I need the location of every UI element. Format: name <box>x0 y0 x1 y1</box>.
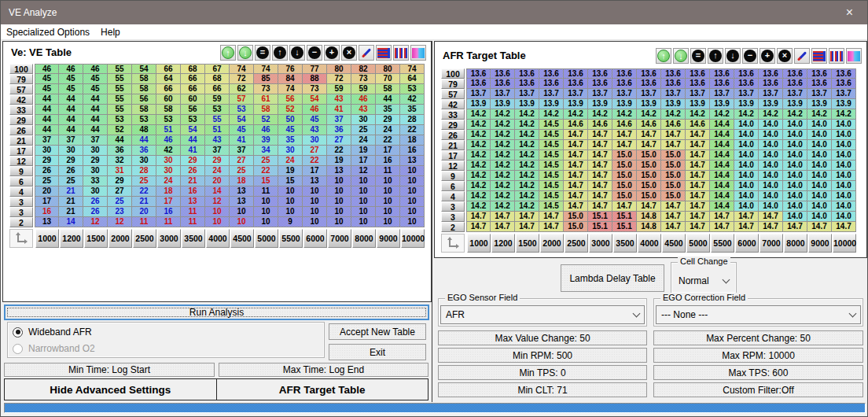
table-cell[interactable]: 19 <box>351 146 376 156</box>
table-cell[interactable]: 14.7 <box>612 201 637 212</box>
row-header[interactable]: 79 <box>441 79 465 89</box>
table-cell[interactable]: 13.6 <box>783 79 807 89</box>
table-cell[interactable]: 14.7 <box>759 212 783 222</box>
table-cell[interactable]: 13.6 <box>515 79 539 89</box>
table-cell[interactable]: 14.2 <box>491 181 515 191</box>
row-header[interactable]: 4 <box>441 191 465 201</box>
max-tps-button[interactable]: Max TPS: 600 <box>653 365 863 380</box>
row-header[interactable]: 17 <box>9 146 33 156</box>
table-cell[interactable]: 42 <box>400 94 425 105</box>
table-cell[interactable]: 13.7 <box>686 89 710 99</box>
table-cell[interactable]: 52 <box>254 115 278 125</box>
table-cell[interactable]: 55 <box>108 94 132 105</box>
table-cell[interactable]: 55 <box>108 74 132 84</box>
table-cell[interactable]: 10 <box>400 197 425 207</box>
table-cell[interactable]: 14.7 <box>564 201 588 212</box>
table-cell[interactable]: 13.9 <box>710 99 734 109</box>
table-cell[interactable]: 14.0 <box>832 212 856 222</box>
table-cell[interactable]: 14.0 <box>734 171 759 181</box>
table-cell[interactable]: 25 <box>351 125 376 135</box>
table-cell[interactable]: 10 <box>254 197 278 207</box>
table-cell[interactable]: 14.0 <box>832 191 856 201</box>
table-cell[interactable]: 13.9 <box>783 99 807 109</box>
table-cell[interactable]: 56 <box>181 105 205 115</box>
table-cell[interactable]: 10 <box>327 186 351 197</box>
table-cell[interactable]: 13.7 <box>637 89 661 99</box>
table-cell[interactable]: 46 <box>59 64 83 74</box>
table-cell[interactable]: 35 <box>376 105 400 115</box>
table-cell[interactable]: 14.7 <box>612 130 637 140</box>
table-cell[interactable]: 14.7 <box>637 140 661 150</box>
table-cell[interactable]: 10 <box>327 176 351 186</box>
table-cell[interactable]: 74 <box>278 84 303 94</box>
table-cell[interactable]: 16 <box>181 186 205 197</box>
table-cell[interactable]: 14.2 <box>466 191 491 201</box>
table-cell[interactable]: 14.6 <box>588 120 612 130</box>
table-cell[interactable]: 85 <box>254 74 278 84</box>
table-cell[interactable]: 14.0 <box>759 130 783 140</box>
table-cell[interactable]: 13 <box>181 197 205 207</box>
table-cell[interactable]: 14.0 <box>832 171 856 181</box>
table-cell[interactable]: 15.0 <box>661 161 686 171</box>
table-cell[interactable]: 45 <box>278 125 303 135</box>
table-cell[interactable]: 14.7 <box>661 222 686 232</box>
table-cell[interactable]: 42 <box>156 146 181 156</box>
table-cell[interactable]: 14.2 <box>515 191 539 201</box>
table-cell[interactable]: 13.9 <box>539 99 564 109</box>
table-cell[interactable]: 44 <box>59 125 83 135</box>
table-cell[interactable]: 14.0 <box>734 120 759 130</box>
table-cell[interactable]: 43 <box>303 125 327 135</box>
table-cell[interactable]: 13.6 <box>564 68 588 79</box>
accept-new-table-button[interactable]: Accept New Table <box>329 323 426 340</box>
table-cell[interactable]: 15.0 <box>661 150 686 161</box>
table-cell[interactable]: 44 <box>83 94 108 105</box>
table-cell[interactable]: 43 <box>351 105 376 115</box>
column-header[interactable]: 4000 <box>206 229 230 248</box>
table-cell[interactable]: 10 <box>327 207 351 217</box>
column-header[interactable]: 10000 <box>401 229 425 248</box>
table-cell[interactable]: 14.7 <box>564 140 588 150</box>
table-cell[interactable]: 13.6 <box>734 79 759 89</box>
table-cell[interactable]: 14.4 <box>710 140 734 150</box>
table-cell[interactable]: 13.7 <box>564 89 588 99</box>
table-cell[interactable]: 46 <box>156 135 181 146</box>
custom-filter-button[interactable]: Custom Filter:Off <box>653 382 863 397</box>
table-cell[interactable]: 14.7 <box>564 181 588 191</box>
table-cell[interactable]: 13.6 <box>686 68 710 79</box>
close-x-icon[interactable]: × <box>777 48 793 64</box>
row-header[interactable]: 57 <box>441 89 465 99</box>
table-cell[interactable]: 66 <box>156 84 181 94</box>
table-cell[interactable]: 66 <box>181 74 205 84</box>
table-cell[interactable]: 19 <box>327 156 351 166</box>
table-cell[interactable]: 13.9 <box>466 99 491 109</box>
column-header[interactable]: 3500 <box>613 234 637 253</box>
table-cell[interactable]: 14.4 <box>710 201 734 212</box>
table-cell[interactable]: 13.9 <box>832 99 856 109</box>
row-header[interactable]: 42 <box>441 99 465 109</box>
table-cell[interactable]: 12 <box>108 217 132 227</box>
table-cell[interactable]: 22 <box>400 125 425 135</box>
table-cell[interactable]: 20 <box>205 176 230 186</box>
row-header[interactable]: 26 <box>9 125 33 135</box>
table-cell[interactable]: 10 <box>254 217 278 227</box>
table-cell[interactable]: 14.0 <box>783 181 807 191</box>
table-cell[interactable]: 43 <box>205 135 230 146</box>
table-cell[interactable]: 14.4 <box>710 130 734 140</box>
row-header[interactable]: 2 <box>9 217 33 227</box>
table-cell[interactable]: 11 <box>132 217 156 227</box>
table-cell[interactable]: 58 <box>376 84 400 94</box>
table-cell[interactable]: 10 <box>376 176 400 186</box>
table-cell[interactable]: 13.6 <box>832 68 856 79</box>
table-cell[interactable]: 14.7 <box>588 171 612 181</box>
table-cell[interactable]: 14.0 <box>807 171 832 181</box>
table-cell[interactable]: 14.0 <box>759 171 783 181</box>
table-cell[interactable]: 13 <box>230 186 254 197</box>
table-cell[interactable]: 13 <box>327 166 351 176</box>
table-cell[interactable]: 21 <box>181 176 205 186</box>
table-cell[interactable]: 30 <box>278 146 303 156</box>
table-cell[interactable]: 13.7 <box>710 89 734 99</box>
table-cell[interactable]: 21 <box>59 207 83 217</box>
table-cell[interactable]: 14.2 <box>515 161 539 171</box>
row-header[interactable]: 3 <box>441 201 465 212</box>
table-cell[interactable]: 44 <box>35 125 59 135</box>
